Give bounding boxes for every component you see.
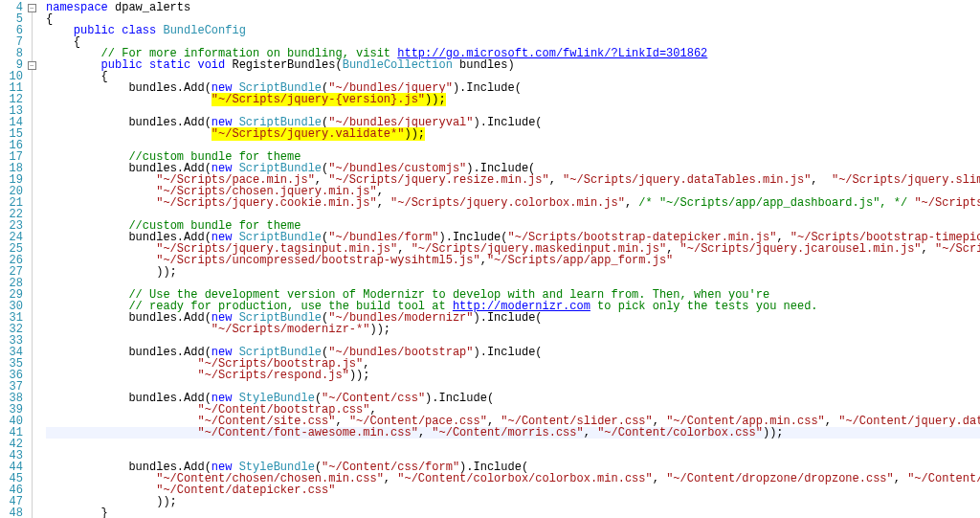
code-line[interactable]: "~/Scripts/respond.js")); (46, 370, 980, 381)
line-number: 48 (0, 507, 23, 518)
code-line[interactable]: "~/Scripts/modernizr-*")); (46, 324, 980, 335)
code-line[interactable]: "~/Content/datepicker.css" (46, 484, 980, 496)
code-line[interactable]: public class BundleConfig (46, 25, 980, 36)
code-line[interactable]: "~/Scripts/jquery.cookie.min.js", "~/Scr… (46, 197, 980, 209)
code-area[interactable]: namespace dpaw_alerts { public class Bun… (38, 0, 980, 518)
line-numbers: 4567891011121314151617181920212223242526… (0, 2, 27, 518)
code-line[interactable] (46, 439, 980, 450)
code-line[interactable]: )); (46, 496, 980, 507)
code-line[interactable]: "~/Scripts/jquery-{version}.js")); (46, 94, 980, 105)
code-line[interactable]: "~/Scripts/jquery.validate*")); (46, 128, 980, 140)
fold-column[interactable] (27, 2, 38, 518)
fold-toggle[interactable] (28, 4, 36, 12)
code-line[interactable]: )); (46, 266, 980, 278)
code-line[interactable]: namespace dpaw_alerts (46, 2, 980, 13)
editor-gutter: 4567891011121314151617181920212223242526… (0, 0, 38, 518)
code-line[interactable]: "~/Scripts/uncompressed/bootstrap-wysiht… (46, 255, 980, 266)
code-line[interactable]: public static void RegisterBundles(Bundl… (46, 59, 980, 71)
code-line[interactable]: } (46, 507, 980, 518)
code-line[interactable]: "~/Content/font-awesome.min.css", "~/Con… (46, 427, 980, 439)
fold-toggle[interactable] (28, 61, 36, 70)
